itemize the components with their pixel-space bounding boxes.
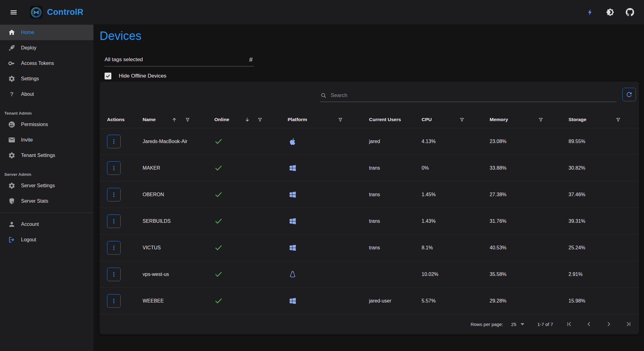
sidebar-item-settings[interactable]: Settings bbox=[0, 71, 93, 87]
people-icon bbox=[8, 121, 15, 128]
windows-icon bbox=[288, 164, 297, 172]
device-storage: 37.46% bbox=[569, 192, 639, 197]
sidebar-item-server-stats[interactable]: Server Stats bbox=[0, 193, 93, 209]
menu-icon[interactable] bbox=[7, 6, 20, 19]
table-row: vps-west-us 10.02% 35.58% 2.91% bbox=[100, 261, 639, 288]
device-memory: 35.58% bbox=[490, 272, 569, 277]
sidebar-item-label: Account bbox=[21, 222, 39, 227]
sidebar-item-label: Tenant Settings bbox=[21, 153, 55, 158]
device-actions-button[interactable] bbox=[107, 135, 121, 148]
device-cpu: 0% bbox=[422, 165, 490, 171]
gear-icon bbox=[8, 75, 15, 82]
table-body: Jareds-MacBook-Air jared 4.13% 23.08% 89… bbox=[100, 128, 639, 314]
filter-icon[interactable] bbox=[337, 116, 343, 123]
next-page-button[interactable] bbox=[605, 320, 612, 328]
device-name: SERBUILDS bbox=[143, 218, 214, 224]
apple-icon bbox=[288, 137, 297, 146]
device-current-users: trans bbox=[369, 218, 422, 224]
filter-icon[interactable] bbox=[184, 116, 191, 123]
online-check-icon bbox=[214, 217, 223, 225]
windows-icon bbox=[288, 243, 297, 252]
vertical-dots-icon bbox=[110, 298, 117, 304]
hide-offline-checkbox[interactable] bbox=[105, 73, 111, 79]
vertical-dots-icon bbox=[110, 138, 117, 145]
theme-toggle-icon[interactable] bbox=[606, 8, 614, 17]
vertical-dots-icon bbox=[110, 218, 117, 225]
sidebar-item-permissions[interactable]: Permissions bbox=[0, 117, 93, 132]
table-header: Actions Name Online Platform Current Use… bbox=[100, 111, 639, 128]
rows-per-page-select[interactable]: 25 bbox=[511, 322, 524, 327]
last-page-button[interactable] bbox=[625, 320, 632, 328]
search-field bbox=[320, 89, 616, 102]
table-row: WEEBEE jared-user 5.57% 29.28% 15.98% bbox=[100, 288, 639, 314]
app-title: ControlR bbox=[47, 7, 84, 17]
mail-icon bbox=[8, 136, 15, 144]
device-current-users: jared-user bbox=[369, 298, 422, 304]
sidebar-item-invite[interactable]: Invite bbox=[0, 132, 93, 148]
sidebar-item-access-tokens[interactable]: Access Tokens bbox=[0, 56, 93, 71]
device-memory: 40.53% bbox=[490, 245, 569, 251]
device-storage: 39.31% bbox=[569, 218, 639, 224]
controlr-logo-icon bbox=[30, 6, 43, 19]
device-name: MAKER bbox=[143, 165, 214, 171]
device-actions-button[interactable] bbox=[107, 188, 121, 201]
lightning-icon[interactable] bbox=[586, 8, 595, 17]
device-actions-button[interactable] bbox=[107, 161, 121, 175]
page-title: Devices bbox=[100, 29, 141, 43]
sidebar-item-label: Server Settings bbox=[21, 183, 55, 188]
sidebar-item-label: Permissions bbox=[21, 122, 48, 127]
sidebar-item-server-settings[interactable]: Server Settings bbox=[0, 178, 93, 193]
device-current-users: trans bbox=[369, 192, 422, 197]
device-storage: 15.98% bbox=[569, 298, 639, 304]
tag-filter-select[interactable]: All tags selected # bbox=[105, 53, 254, 66]
device-actions-button[interactable] bbox=[107, 214, 121, 228]
sidebar-item-label: About bbox=[21, 91, 34, 97]
device-current-users: jared bbox=[369, 139, 422, 144]
device-name: vps-west-us bbox=[143, 272, 214, 277]
tag-icon[interactable]: # bbox=[249, 56, 253, 63]
device-actions-button[interactable] bbox=[107, 294, 121, 308]
github-icon[interactable] bbox=[625, 8, 634, 17]
sidebar-item-tenant-settings[interactable]: Tenant Settings bbox=[0, 148, 93, 163]
refresh-button[interactable] bbox=[622, 88, 636, 101]
home-icon bbox=[8, 29, 15, 36]
device-memory: 27.38% bbox=[490, 192, 569, 197]
online-check-icon bbox=[214, 190, 223, 199]
filter-icon[interactable] bbox=[459, 116, 465, 123]
shield-icon bbox=[8, 197, 15, 205]
table-row: MAKER trans 0% 33.88% 30.82% bbox=[100, 155, 639, 181]
filter-icon[interactable] bbox=[257, 116, 263, 123]
sidebar-item-label: Settings bbox=[21, 76, 39, 82]
chevron-down-icon bbox=[521, 323, 524, 325]
device-storage: 2.91% bbox=[569, 272, 639, 277]
device-cpu: 5.57% bbox=[422, 298, 490, 304]
device-actions-button[interactable] bbox=[107, 241, 121, 255]
online-check-icon bbox=[214, 164, 223, 172]
sidebar-item-about[interactable]: ? About bbox=[0, 87, 93, 102]
sidebar-item-account[interactable]: Account bbox=[0, 217, 93, 232]
table-row: SERBUILDS trans 1.43% 31.76% 39.31% bbox=[100, 208, 639, 235]
sidebar-item-home[interactable]: Home bbox=[0, 25, 93, 40]
sidebar-item-logout[interactable]: Logout bbox=[0, 232, 93, 247]
first-page-button[interactable] bbox=[565, 320, 573, 328]
filter-icon[interactable] bbox=[538, 116, 544, 123]
device-storage: 89.55% bbox=[569, 139, 639, 144]
device-storage: 30.82% bbox=[569, 165, 639, 171]
device-memory: 29.28% bbox=[490, 298, 569, 304]
sidebar-item-label: Logout bbox=[21, 237, 36, 243]
windows-icon bbox=[288, 190, 297, 199]
column-memory: Memory bbox=[490, 111, 569, 128]
linux-icon bbox=[288, 270, 297, 278]
sidebar-item-label: Invite bbox=[21, 137, 33, 143]
sort-ascending-icon[interactable] bbox=[171, 116, 177, 123]
sidebar-item-deploy[interactable]: Deploy bbox=[0, 40, 93, 56]
filter-icon[interactable] bbox=[615, 116, 621, 123]
sidebar-section-tenant-admin: Tenant Admin bbox=[0, 109, 93, 117]
previous-page-button[interactable] bbox=[585, 320, 593, 328]
search-input[interactable] bbox=[331, 92, 616, 99]
vertical-dots-icon bbox=[110, 191, 117, 198]
device-actions-button[interactable] bbox=[107, 268, 121, 281]
sort-descending-icon[interactable] bbox=[244, 116, 250, 123]
app-bar: ControlR bbox=[0, 0, 644, 24]
device-current-users: trans bbox=[369, 165, 422, 171]
